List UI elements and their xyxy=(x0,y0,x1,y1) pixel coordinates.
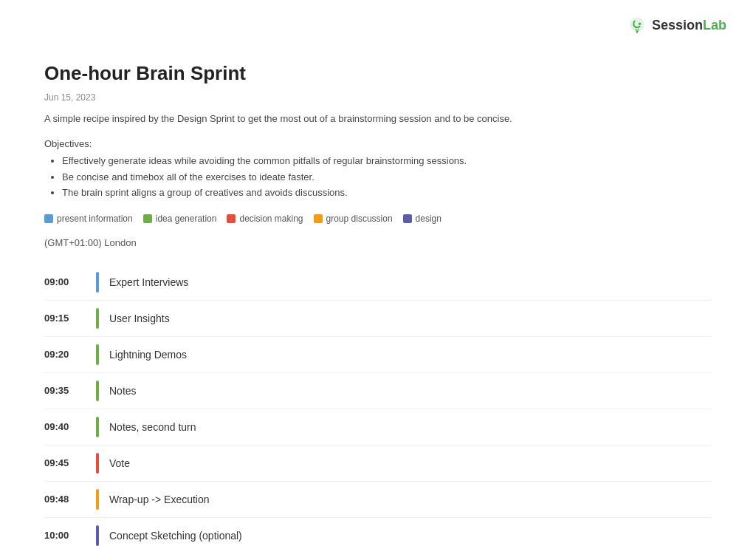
legend-item-group: group discussion xyxy=(314,212,393,225)
legend-label-design: design xyxy=(416,212,441,225)
timezone: (GMT+01:00) London xyxy=(44,236,712,250)
color-bar-1 xyxy=(96,308,99,329)
color-bar-3 xyxy=(96,381,99,401)
legend-item-design: design xyxy=(403,212,441,225)
page-description: A simple recipe inspired by the Design S… xyxy=(44,112,712,126)
activity-name-2: Lightning Demos xyxy=(109,347,187,363)
page-title: One-hour Brain Sprint xyxy=(44,59,712,88)
color-bar-7 xyxy=(96,525,99,546)
schedule-row-4: 09:40 Notes, second turn xyxy=(44,409,712,446)
activity-name-1: User Insights xyxy=(109,311,170,327)
legend-label-group: group discussion xyxy=(326,212,393,225)
legend: present information idea generation deci… xyxy=(44,212,712,225)
time-cell-4: 09:40 xyxy=(44,420,96,434)
color-bar-5 xyxy=(96,453,99,474)
schedule-row-3: 09:35 Notes xyxy=(44,373,712,409)
page-date: Jun 15, 2023 xyxy=(44,91,712,104)
legend-dot-decision xyxy=(227,214,236,223)
color-bar-4 xyxy=(96,417,99,437)
activity-name-4: Notes, second turn xyxy=(109,420,196,435)
logo-text: SessionLab xyxy=(652,16,726,35)
schedule-row-2: 09:20 Lightning Demos xyxy=(44,337,712,373)
sessionlab-logo-icon xyxy=(627,15,647,35)
legend-label-idea: idea generation xyxy=(156,212,217,225)
legend-item-present: present information xyxy=(44,212,133,225)
legend-dot-group xyxy=(314,214,323,223)
objectives-list: Effectively generate ideas while avoidin… xyxy=(44,154,712,200)
objective-item: The brain sprint aligns a group of creat… xyxy=(62,185,712,200)
time-cell-6: 09:48 xyxy=(44,492,96,507)
page-wrapper: SessionLab One-hour Brain Sprint Jun 15,… xyxy=(0,0,756,546)
legend-item-decision: decision making xyxy=(227,212,303,225)
objectives-label: Objectives: xyxy=(44,137,712,151)
time-cell-2: 09:20 xyxy=(44,347,96,362)
time-cell-1: 09:15 xyxy=(44,311,96,326)
legend-dot-present xyxy=(44,214,53,223)
activity-name-7: Concept Sketching (optional) xyxy=(109,528,242,544)
time-cell-7: 10:00 xyxy=(44,528,96,543)
color-bar-0 xyxy=(96,272,99,293)
svg-point-0 xyxy=(639,23,642,26)
logo-area: SessionLab xyxy=(627,15,726,35)
legend-item-idea: idea generation xyxy=(143,212,217,225)
time-cell-3: 09:35 xyxy=(44,383,96,398)
activity-name-3: Notes xyxy=(109,383,137,399)
legend-label-decision: decision making xyxy=(239,212,303,225)
time-cell-5: 09:45 xyxy=(44,456,96,471)
schedule-row-5: 09:45 Vote xyxy=(44,446,712,482)
legend-dot-design xyxy=(403,214,412,223)
schedule-row-0: 09:00 Expert Interviews xyxy=(44,265,712,301)
color-bar-6 xyxy=(96,489,99,510)
activity-name-0: Expert Interviews xyxy=(109,275,188,290)
activity-name-6: Wrap-up -> Execution xyxy=(109,492,210,508)
legend-dot-idea xyxy=(143,214,152,223)
schedule-row-7: 10:00 Concept Sketching (optional) xyxy=(44,518,712,546)
activity-name-5: Vote xyxy=(109,456,130,471)
objective-item: Effectively generate ideas while avoidin… xyxy=(62,154,712,168)
schedule-row-1: 09:15 User Insights xyxy=(44,301,712,337)
schedule-row-6: 09:48 Wrap-up -> Execution xyxy=(44,482,712,518)
schedule: 09:00 Expert Interviews 09:15 User Insig… xyxy=(44,265,712,546)
objective-item: Be concise and timebox all of the exerci… xyxy=(62,170,712,185)
legend-label-present: present information xyxy=(57,212,133,225)
time-cell-0: 09:00 xyxy=(44,275,96,290)
color-bar-2 xyxy=(96,344,99,365)
